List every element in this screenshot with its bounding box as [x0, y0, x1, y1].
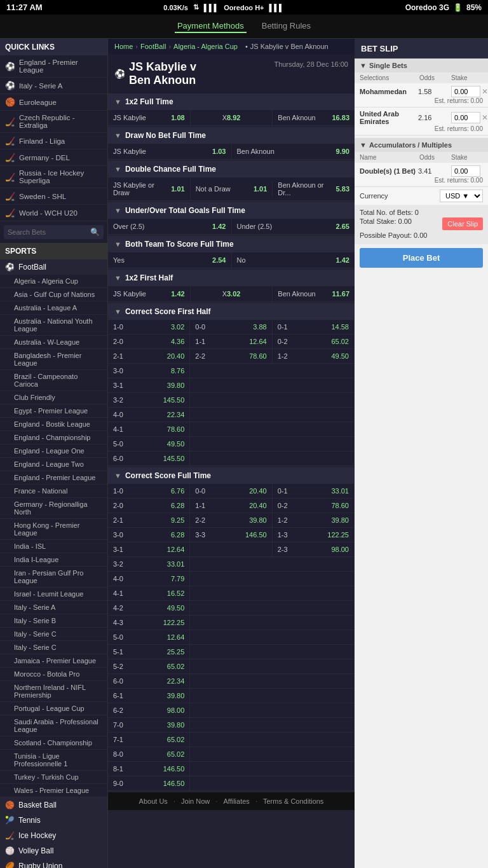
- score-cell-ft-28[interactable]: 8-065.02: [108, 747, 190, 762]
- odds-cell-dc1[interactable]: JS Kabylie or Draw 1.01: [108, 177, 191, 200]
- sidebar-item-india-isl[interactable]: India - ISL: [0, 540, 107, 553]
- sidebar-item-australia-youth[interactable]: Australia - National Youth League: [0, 315, 107, 336]
- score-cell-ft-6[interactable]: 0-278.60: [273, 499, 355, 513]
- odds-cell-over[interactable]: Over (2.5) 1.42: [108, 219, 232, 234]
- score-cell-ft-9[interactable]: 1-239.80: [273, 513, 355, 528]
- sidebar-item-euroleague[interactable]: 🏀 Euroleague: [0, 94, 107, 111]
- score-cell-ft-5[interactable]: 1-120.40: [190, 499, 272, 513]
- footer-about[interactable]: About Us: [139, 797, 168, 805]
- score-cell-ft-19[interactable]: 4-3122.25: [108, 616, 190, 630]
- score-cell-ft-22[interactable]: 5-265.02: [108, 659, 190, 674]
- footer-join[interactable]: Join Now: [181, 797, 210, 805]
- sidebar-item-czech[interactable]: 🏒 Czech Republic - Extraliga: [0, 111, 107, 133]
- footer-terms[interactable]: Terms & Conditions: [263, 797, 323, 805]
- sidebar-item-sweden[interactable]: 🏒 Sweden - SHL: [0, 188, 107, 205]
- odds-cell-fh-team1[interactable]: JS Kabylie 1.42: [108, 286, 191, 301]
- sports-volleyball[interactable]: 🏐 Volley Ball: [0, 843, 107, 858]
- sidebar-item-italy-c2[interactable]: Italy - Serie C: [0, 641, 107, 654]
- score-cell-ft-25[interactable]: 6-298.00: [108, 703, 190, 718]
- sidebar-item-england-bostik[interactable]: England - Bostik League: [0, 418, 107, 431]
- sidebar-item-egypt[interactable]: Egypt - Premier League: [0, 404, 107, 418]
- sidebar-item-australia-a[interactable]: Australia - League A: [0, 301, 107, 315]
- score-cell-ft-30[interactable]: 9-0146.50: [108, 776, 190, 791]
- market-header-ou[interactable]: ▼ Under/Over Total Goals Full Time: [108, 202, 355, 219]
- market-header-dnb[interactable]: ▼ Draw No Bet Full Time: [108, 127, 355, 144]
- odds-cell-yes[interactable]: Yes 2.54: [108, 252, 232, 268]
- bet1-close[interactable]: ✕: [482, 87, 488, 96]
- sidebar-item-hongkong[interactable]: Hong Kong - Premier League: [0, 519, 107, 540]
- sidebar-item-portugal[interactable]: Portugal - League Cup: [0, 702, 107, 715]
- score-cell-ft-21[interactable]: 5-125.25: [108, 645, 190, 659]
- currency-select[interactable]: USD ▼: [440, 189, 483, 202]
- sidebar-item-nireland[interactable]: Northern Ireland - NIFL Premiership: [0, 681, 107, 702]
- sidebar-item-morocco[interactable]: Morocco - Botola Pro: [0, 668, 107, 681]
- market-header-1x2[interactable]: ▼ 1x2 Full Time: [108, 93, 355, 110]
- score-cell-ft-27[interactable]: 7-165.02: [108, 733, 190, 747]
- score-cell-fh-8[interactable]: 2-278.60: [190, 349, 272, 364]
- breadcrumb-home[interactable]: Home: [114, 43, 133, 50]
- sidebar-item-algeria-cup[interactable]: Algeria - Algeria Cup: [0, 275, 107, 288]
- odds-cell-fh-team2[interactable]: Ben Aknoun 11.67: [273, 286, 355, 301]
- score-cell-ft-17[interactable]: 4-116.52: [108, 586, 190, 601]
- score-cell-fh-15[interactable]: 4-178.60: [108, 422, 190, 437]
- sidebar-item-israel[interactable]: Israel - Leumit League: [0, 588, 107, 601]
- bet2-stake-input[interactable]: [451, 112, 480, 123]
- sports-rugby[interactable]: 🏉 Rugby Union: [0, 858, 107, 868]
- sidebar-item-italy-c1[interactable]: Italy - Serie C: [0, 628, 107, 641]
- score-cell-ft-13[interactable]: 3-112.64: [108, 542, 190, 557]
- accum1-stake-input[interactable]: [451, 165, 480, 177]
- score-cell-fh-5[interactable]: 1-112.64: [190, 334, 272, 349]
- footer-affiliates[interactable]: Affiliates: [223, 797, 249, 805]
- market-header-dc[interactable]: ▼ Double Chance Full Time: [108, 161, 355, 177]
- score-cell-ft-20[interactable]: 5-012.64: [108, 630, 190, 645]
- sidebar-item-finland[interactable]: 🏒 Finland - Liiga: [0, 133, 107, 149]
- sidebar-item-australia-w[interactable]: Australia - W-League: [0, 336, 107, 349]
- single-bets-section[interactable]: ▼ Single Bets: [355, 59, 488, 72]
- sports-icehockey[interactable]: 🏒 Ice Hockey: [0, 828, 107, 843]
- score-cell-ft-11[interactable]: 3-3146.50: [190, 528, 272, 542]
- tab-betting-rules[interactable]: Betting Rules: [259, 20, 313, 33]
- score-cell-ft-14[interactable]: 2-398.00: [273, 542, 355, 557]
- sidebar-item-club-friendly[interactable]: Club Friendly: [0, 391, 107, 404]
- score-cell-ft-29[interactable]: 8-1146.50: [108, 762, 190, 776]
- sidebar-item-germany-reg[interactable]: Germany - Regionalliga North: [0, 498, 107, 519]
- sidebar-item-scotland[interactable]: Scotland - Championship: [0, 736, 107, 750]
- sports-football[interactable]: ⚽ FootBall: [0, 259, 107, 275]
- sidebar-item-england-l1[interactable]: England - League One: [0, 444, 107, 458]
- sidebar-item-germany-del[interactable]: 🏒 Germany - DEL: [0, 149, 107, 166]
- score-cell-fh-12[interactable]: 3-139.80: [108, 378, 190, 393]
- place-bet-button[interactable]: Place Bet: [360, 248, 483, 268]
- sidebar-item-india-i[interactable]: India I-League: [0, 553, 107, 567]
- odds-cell-dc3[interactable]: Ben Aknoun or Dr... 5.83: [273, 177, 355, 200]
- sports-basketball[interactable]: 🏀 Basket Ball: [0, 797, 107, 813]
- score-cell-fh-2[interactable]: 0-03.88: [190, 320, 272, 334]
- score-cell-ft-4[interactable]: 2-06.28: [108, 499, 190, 513]
- odds-cell-dnb-team2[interactable]: Ben Aknoun 9.90: [232, 144, 355, 159]
- score-cell-ft-12[interactable]: 1-3122.25: [273, 528, 355, 542]
- score-cell-fh-1[interactable]: 1-03.02: [108, 320, 190, 334]
- sidebar-item-jamaica[interactable]: Jamaica - Premier League: [0, 654, 107, 668]
- sidebar-item-bangladesh[interactable]: Bangladesh - Premier League: [0, 349, 107, 370]
- sidebar-item-tunisia[interactable]: Tunisia - Ligue Professionnelle 1: [0, 750, 107, 771]
- score-cell-ft-18[interactable]: 4-249.50: [108, 601, 190, 616]
- search-box[interactable]: 🔍: [4, 225, 104, 239]
- score-cell-ft-8[interactable]: 2-239.80: [190, 513, 272, 528]
- score-cell-fh-3[interactable]: 0-114.58: [273, 320, 355, 334]
- sidebar-item-iran[interactable]: Iran - Persian Gulf Pro League: [0, 567, 107, 588]
- score-cell-fh-10[interactable]: 3-08.76: [108, 364, 190, 378]
- odds-cell-dc2[interactable]: Not a Draw 1.01: [191, 181, 273, 196]
- sidebar-item-turkey[interactable]: Turkey - Turkish Cup: [0, 771, 107, 784]
- score-cell-ft-7[interactable]: 2-19.25: [108, 513, 190, 528]
- odds-cell-no[interactable]: No 1.42: [232, 252, 355, 268]
- odds-cell-fh-draw[interactable]: X 3.02: [191, 286, 273, 301]
- sidebar-item-england-l2[interactable]: England - League Two: [0, 458, 107, 471]
- score-cell-fh-16[interactable]: 5-049.50: [108, 437, 190, 451]
- score-cell-ft-1[interactable]: 1-06.76: [108, 484, 190, 499]
- clear-slip-button[interactable]: Clear Slip: [442, 217, 483, 230]
- score-cell-fh-17[interactable]: 6-0145.50: [108, 451, 190, 466]
- sidebar-item-england-pl[interactable]: England - Premier League: [0, 471, 107, 485]
- sidebar-item-italy-b[interactable]: Italy - Serie B: [0, 614, 107, 628]
- odds-cell-team1[interactable]: JS Kabylie 1.08: [108, 110, 191, 125]
- sidebar-item-italy-a[interactable]: Italy - Serie A: [0, 601, 107, 614]
- score-cell-ft-3[interactable]: 0-133.01: [273, 484, 355, 499]
